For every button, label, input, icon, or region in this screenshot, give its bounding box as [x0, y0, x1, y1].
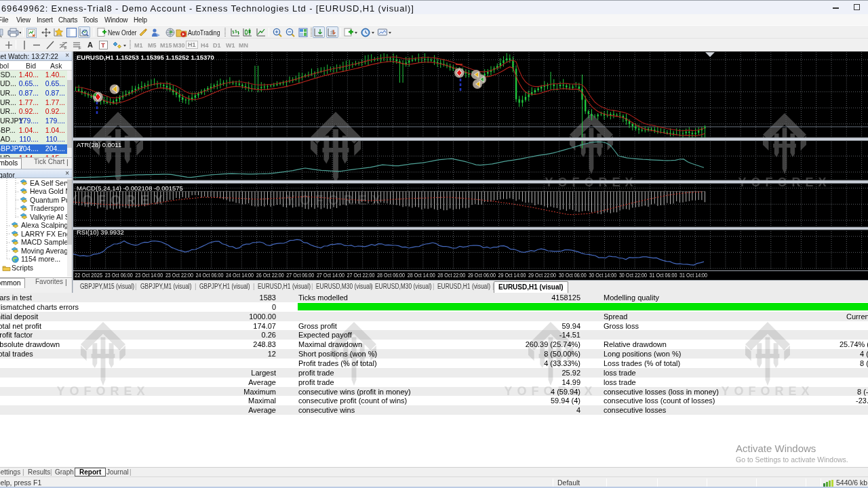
svg-text:24 Oct 06:00: 24 Oct 06:00 [196, 272, 224, 279]
svg-text:31 Oct 14:00: 31 Oct 14:00 [679, 272, 707, 279]
svg-text:29 Oct 14:00: 29 Oct 14:00 [498, 272, 526, 279]
svg-text:23 Oct 22:00: 23 Oct 22:00 [165, 272, 193, 279]
svg-text:27 Oct 22:00: 27 Oct 22:00 [347, 272, 375, 279]
svg-text:T: T [101, 42, 105, 49]
svg-text:23 Oct 06:00: 23 Oct 06:00 [105, 272, 133, 279]
svg-text:30 Oct 06:00: 30 Oct 06:00 [559, 272, 587, 279]
svg-text:29 Oct 22:00: 29 Oct 22:00 [528, 272, 556, 279]
svg-text:28 Oct 14:00: 28 Oct 14:00 [408, 272, 435, 279]
svg-text:EURUSD,H1 1.15253 1.15395 1.1: EURUSD,H1 1.15253 1.15395 1.15252 1.1537… [77, 54, 214, 61]
svg-text:YOFOREX: YOFOREX [504, 384, 597, 398]
svg-text:MACD(5,24,14) -0.002108 -0.001: MACD(5,24,14) -0.002108 -0.001575 [77, 184, 183, 192]
svg-text:YOFOREX: YOFOREX [56, 384, 149, 398]
svg-text:27 Oct 06:00: 27 Oct 06:00 [286, 272, 314, 279]
svg-text:F: F [79, 46, 81, 49]
svg-text:F: F [64, 46, 67, 49]
svg-text:30 Oct 14:00: 30 Oct 14:00 [589, 272, 616, 279]
svg-text:27 Oct 14:00: 27 Oct 14:00 [317, 272, 344, 279]
svg-text:31 Oct 06:00: 31 Oct 06:00 [650, 272, 677, 279]
svg-text:29 Oct 06:00: 29 Oct 06:00 [468, 272, 496, 279]
svg-text:28 Oct 06:00: 28 Oct 06:00 [377, 272, 405, 279]
svg-text:30 Oct 22:00: 30 Oct 22:00 [619, 272, 647, 279]
svg-text:YOFOREX: YOFOREX [286, 192, 386, 207]
svg-text:23 Oct 14:00: 23 Oct 14:00 [135, 272, 163, 279]
svg-text:26 Oct 22:00: 26 Oct 22:00 [256, 272, 284, 279]
svg-text:ATR(28) 0.0011: ATR(28) 0.0011 [77, 141, 121, 148]
svg-text:22 Oct 2025: 22 Oct 2025 [75, 272, 102, 279]
svg-text:RSI(10) 39.9932: RSI(10) 39.9932 [77, 228, 124, 236]
svg-text:24 Oct 14:00: 24 Oct 14:00 [226, 272, 254, 279]
svg-text:28 Oct 22:00: 28 Oct 22:00 [437, 272, 465, 279]
svg-text:YOFOREX: YOFOREX [721, 384, 814, 398]
